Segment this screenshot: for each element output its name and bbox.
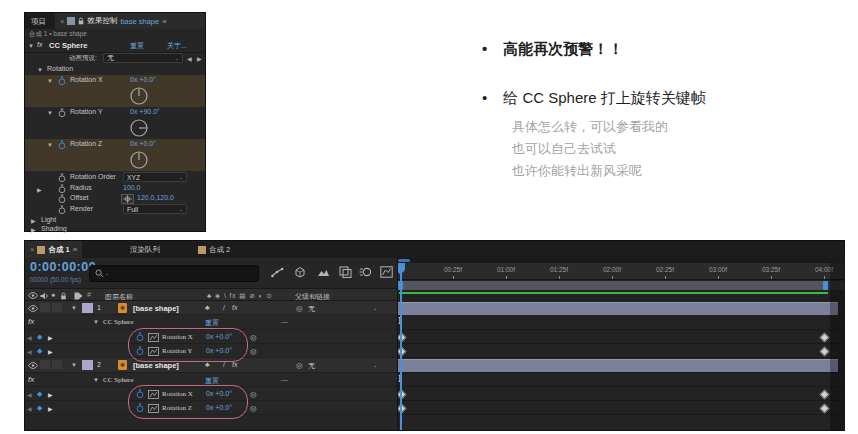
close-icon[interactable]: ×: [30, 245, 34, 254]
layer-duration-bar[interactable]: [398, 359, 838, 372]
pickwhip-icon[interactable]: ◎: [296, 304, 303, 313]
fx-switch[interactable]: fx: [232, 361, 237, 368]
close-icon[interactable]: ×: [60, 17, 64, 26]
tab-effect-controls[interactable]: × 效果控制 base shape ≡: [55, 13, 205, 29]
pickwhip-icon[interactable]: ◎: [296, 361, 303, 370]
stopwatch-icon[interactable]: [58, 108, 66, 118]
layer-row[interactable]: ▼ 2 ✱ [base shape] ♣ / fx ◎ 无 ⌄: [25, 358, 397, 373]
stopwatch-icon[interactable]: [136, 346, 144, 356]
prev-keyframe-icon[interactable]: ◀: [27, 391, 32, 398]
keyframe-diamond[interactable]: [397, 347, 406, 357]
reset-link[interactable]: 重置: [130, 41, 144, 51]
eye-icon[interactable]: [28, 362, 38, 369]
property-value[interactable]: 0x +0.0°: [130, 76, 156, 83]
stopwatch-icon[interactable]: [58, 205, 66, 215]
property-value[interactable]: 0x +90.0°: [130, 108, 160, 115]
keyframe-diamond[interactable]: [820, 333, 830, 343]
stopwatch-icon[interactable]: [136, 332, 144, 342]
eye-icon[interactable]: [28, 305, 38, 312]
work-area-bar[interactable]: [399, 281, 827, 290]
presets-dropdown[interactable]: 无⌄: [103, 53, 183, 63]
quality-switch[interactable]: ♣: [205, 304, 210, 311]
collapse-arrow[interactable]: ▼: [47, 110, 53, 116]
effect-name[interactable]: CC Sphere: [103, 376, 134, 384]
property-value[interactable]: 0x +0.0°: [206, 390, 232, 397]
rotation-x-row[interactable]: ▼ Rotation X 0x +0.0°: [25, 75, 205, 107]
layer-name[interactable]: [base shape]: [133, 361, 179, 370]
solo-cell[interactable]: [52, 303, 62, 312]
draft-3d-icon[interactable]: [293, 266, 306, 278]
effect-switch[interactable]: /: [223, 304, 225, 311]
next-keyframe-icon[interactable]: ▶: [48, 405, 53, 412]
property-row[interactable]: ◀ ◆ ▶ Rotation Y 0x +0.0° ◎: [25, 344, 397, 358]
panel-menu-icon[interactable]: ≡: [162, 17, 166, 26]
layer-name-header[interactable]: 图层名称: [105, 292, 133, 302]
graph-toggle-icon[interactable]: [148, 347, 159, 356]
next-preset-icon[interactable]: ▶: [197, 55, 202, 62]
pickwhip-icon[interactable]: ◎: [250, 390, 257, 399]
property-label[interactable]: Rotation X: [162, 333, 193, 341]
effect-switch[interactable]: /: [223, 361, 225, 368]
expand-arrow[interactable]: ▶: [31, 226, 36, 233]
time-ruler[interactable]: 00f 00:25f 01:00f 01:25f 02:00f 02:25f 0…: [398, 263, 845, 280]
add-keyframe-icon[interactable]: ◆: [37, 404, 42, 412]
parent-dropdown[interactable]: 无: [308, 304, 315, 314]
property-label[interactable]: Rotation Z: [162, 404, 192, 412]
mini-flowchart-icon[interactable]: [271, 267, 284, 278]
tab-project[interactable]: 项目: [31, 17, 46, 27]
reset-link[interactable]: 重置: [205, 318, 219, 328]
lock-icon[interactable]: [60, 292, 67, 300]
shy-layers-icon[interactable]: [317, 267, 330, 277]
add-keyframe-icon[interactable]: ◆: [37, 390, 42, 398]
layer-collapse-arrow[interactable]: ▼: [71, 305, 77, 311]
render-dropdown[interactable]: Full⌄: [123, 204, 187, 214]
collapse-arrow[interactable]: ▼: [47, 78, 53, 84]
keyframe-diamond[interactable]: [820, 404, 830, 414]
parent-link-header[interactable]: 父级和链接: [295, 292, 330, 302]
prev-preset-icon[interactable]: ◀: [187, 55, 192, 62]
prev-keyframe-icon[interactable]: ◀: [27, 334, 32, 341]
playhead-line[interactable]: [400, 263, 402, 430]
audio-icon[interactable]: [40, 292, 49, 300]
work-area-end-handle[interactable]: [823, 281, 828, 290]
tab-render-queue[interactable]: 渲染队列: [125, 241, 165, 258]
parent-dropdown[interactable]: 无: [308, 361, 315, 371]
effect-name[interactable]: CC Sphere: [103, 318, 134, 326]
property-value[interactable]: 0x +0.0°: [206, 333, 232, 340]
effect-row[interactable]: fx ▼ CC Sphere 重置 —: [25, 373, 397, 387]
stopwatch-icon[interactable]: [58, 76, 66, 86]
rotation-dial[interactable]: [129, 118, 149, 138]
rotation-dial[interactable]: [129, 86, 149, 106]
audio-cell[interactable]: [40, 360, 50, 369]
stopwatch-icon[interactable]: [58, 173, 66, 183]
rotation-z-row[interactable]: ▼ Rotation Z 0x +0.0°: [25, 139, 205, 171]
property-value[interactable]: 0x +0.0°: [206, 404, 232, 411]
collapse-arrow[interactable]: ▼: [47, 142, 53, 148]
effect-row[interactable]: fx ▼ CC Sphere 重置 —: [25, 315, 397, 330]
stopwatch-icon[interactable]: [58, 184, 66, 194]
graph-toggle-icon[interactable]: [148, 390, 159, 399]
tab-comp-1[interactable]: × 合成 1 ≡: [25, 241, 82, 258]
pickwhip-icon[interactable]: ◎: [250, 347, 257, 356]
prev-keyframe-icon[interactable]: ◀: [27, 405, 32, 412]
property-value[interactable]: 0x +0.0°: [130, 140, 156, 147]
audio-cell[interactable]: [40, 303, 50, 312]
next-keyframe-icon[interactable]: ▶: [48, 348, 53, 355]
fx-switch[interactable]: fx: [232, 304, 237, 311]
property-row[interactable]: ◀ ◆ ▶ Rotation Z 0x +0.0° ◎: [25, 401, 397, 415]
lock-icon[interactable]: [78, 17, 84, 25]
property-label[interactable]: Rotation Y: [162, 347, 193, 355]
tab-comp-2[interactable]: 合成 2: [193, 241, 235, 258]
chevron-down-icon[interactable]: ⌄: [373, 362, 378, 368]
collapse-arrow[interactable]: ▼: [28, 43, 34, 49]
keyframe-diamond[interactable]: [397, 404, 406, 414]
solo-cell[interactable]: [52, 360, 62, 369]
chevron-down-icon[interactable]: ⌄: [373, 305, 378, 311]
solo-icon[interactable]: ●: [51, 291, 55, 298]
rotation-dial[interactable]: [129, 150, 149, 170]
layer-name[interactable]: [base shape]: [133, 304, 179, 313]
next-keyframe-icon[interactable]: ▶: [48, 391, 53, 398]
property-value[interactable]: 0x +0.0°: [206, 347, 232, 354]
layer-duration-bar[interactable]: [398, 302, 838, 315]
stopwatch-icon[interactable]: [58, 140, 66, 150]
